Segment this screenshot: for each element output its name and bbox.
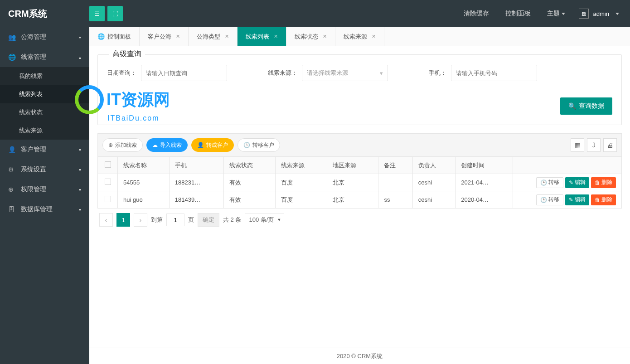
gear-icon: ⚙ [8, 166, 16, 173]
download-icon: ⇩ [591, 141, 596, 149]
plus-icon: ⊕ [108, 142, 113, 148]
table-cell: ceshi [412, 191, 456, 209]
brand: CRM系统 [5, 8, 89, 20]
table-cell: 百度 [275, 191, 327, 209]
close-icon[interactable]: ✕ [225, 34, 229, 39]
footer: 2020 © CRM系统 [89, 348, 630, 364]
users-icon: 👥 [8, 34, 16, 41]
page-1-button[interactable]: 1 [116, 213, 130, 227]
date-label: 日期查询： [107, 69, 136, 77]
chevron-down-icon: ▾ [79, 35, 81, 40]
table-cell: 2020-04… [456, 191, 513, 209]
goto-confirm-button[interactable]: 确定 [198, 213, 219, 227]
row-edit-button[interactable]: ✎编辑 [565, 194, 589, 205]
phone-input[interactable] [451, 65, 537, 81]
clock-icon: 🕒 [540, 180, 547, 186]
tab-customer-sea[interactable]: 客户公海 ✕ [140, 27, 189, 46]
row-transfer-button[interactable]: 🕒转移 [536, 177, 563, 188]
table-cell: 有效 [224, 191, 276, 209]
user-convert-icon: 👤 [197, 142, 204, 148]
table-cell: 北京 [327, 174, 378, 191]
sidebar-sub-lead-status[interactable]: 线索状态 [0, 103, 89, 121]
close-icon[interactable]: ✕ [372, 34, 376, 39]
next-page-button[interactable]: › [134, 213, 147, 227]
table-cell: 百度 [275, 174, 327, 191]
close-icon[interactable]: ✕ [274, 34, 278, 39]
table-row: 54555188231…有效百度北京ceshi2021-04…🕒转移✎编辑🗑删除 [98, 174, 622, 191]
print-button[interactable]: 🖨 [603, 138, 617, 152]
table-cell [378, 174, 412, 191]
transfer-customer-button[interactable]: 🕒 转移客户 [237, 138, 280, 152]
sidebar-item-permissions[interactable]: ⊕ 权限管理 ▾ [0, 180, 89, 199]
avatar: 🖼 [579, 9, 589, 19]
export-button[interactable]: ⇩ [587, 138, 601, 152]
panel-legend: 高级查询 [109, 49, 145, 59]
globe-icon: 🌐 [97, 33, 105, 40]
sidebar-item-customers[interactable]: 👤 客户管理 ▾ [0, 140, 89, 160]
table-cell: ceshi [412, 174, 456, 191]
search-icon: 🔍 [568, 102, 576, 110]
expand-icon: ⛶ [112, 10, 118, 17]
source-label: 线索来源： [268, 69, 297, 77]
grid-icon: ▦ [575, 141, 581, 149]
table-cell: 2021-04… [456, 174, 513, 191]
table-cell: ss [378, 191, 412, 209]
col-source: 线索来源 [275, 157, 327, 174]
table-row: hui guo181439…有效百度北京ssceshi2020-04…🕒转移✎编… [98, 191, 622, 209]
clock-icon: 🕒 [243, 142, 250, 148]
row-checkbox[interactable] [105, 179, 111, 185]
chevron-down-icon [562, 13, 565, 15]
select-all-checkbox[interactable] [105, 161, 111, 168]
sidebar-item-leads[interactable]: 🌐 线索管理 ▴ [0, 47, 89, 67]
tab-control-panel[interactable]: 🌐 控制面板 [89, 27, 140, 46]
tab-lead-source[interactable]: 线索来源 ✕ [335, 27, 384, 46]
theme-link[interactable]: 主题 [539, 10, 573, 18]
control-panel-link[interactable]: 控制面板 [497, 10, 539, 18]
print-icon: 🖨 [607, 141, 613, 149]
col-owner: 负责人 [412, 157, 456, 174]
fullscreen-button[interactable]: ⛶ [107, 6, 123, 21]
col-name: 线索名称 [118, 157, 170, 174]
row-transfer-button[interactable]: 🕒转移 [536, 194, 563, 205]
chevron-down-icon: ▾ [79, 187, 81, 192]
menu-toggle-button[interactable]: ☰ [89, 6, 105, 21]
row-delete-button[interactable]: 🗑删除 [591, 194, 616, 205]
main: 🌐 控制面板 客户公海 ✕ 公海类型 ✕ 线索列表 ✕ 线索状态 ✕ [89, 27, 630, 364]
clock-icon: 🕒 [540, 197, 547, 203]
sidebar-item-system[interactable]: ⚙ 系统设置 ▾ [0, 160, 89, 180]
row-delete-button[interactable]: 🗑删除 [591, 177, 616, 188]
tab-sea-type[interactable]: 公海类型 ✕ [189, 27, 237, 46]
row-edit-button[interactable]: ✎编辑 [565, 177, 589, 188]
date-input[interactable] [141, 65, 227, 81]
import-lead-button[interactable]: ☁ 导入线索 [146, 138, 188, 152]
prev-page-button[interactable]: ‹ [99, 213, 113, 227]
chevron-up-icon: ▴ [79, 55, 81, 60]
source-select[interactable]: 请选择线索来源 ▾ [302, 65, 388, 81]
sidebar-sub-my-leads[interactable]: 我的线索 [0, 67, 89, 85]
user-menu[interactable]: 🖼 admin [573, 9, 625, 19]
trash-icon: 🗑 [595, 197, 600, 203]
chevron-down-icon: ▾ [79, 207, 81, 212]
tab-lead-status[interactable]: 线索状态 ✕ [286, 27, 335, 46]
tab-lead-list[interactable]: 线索列表 ✕ [237, 27, 286, 46]
sidebar-item-database[interactable]: 🗄 数据库管理 ▾ [0, 199, 89, 219]
sidebar-sub-lead-source[interactable]: 线索来源 [0, 121, 89, 140]
goto-label: 到第 [151, 216, 163, 224]
per-page-select[interactable]: 100 条/页 [245, 214, 284, 226]
globe-icon: ⊕ [8, 186, 16, 193]
close-icon[interactable]: ✕ [176, 34, 180, 39]
close-icon[interactable]: ✕ [323, 34, 327, 39]
goto-page-input[interactable] [166, 214, 184, 226]
sidebar-sub-lead-list[interactable]: 线索列表 [0, 85, 89, 103]
clear-cache-link[interactable]: 清除缓存 [456, 10, 497, 18]
col-phone: 手机 [169, 157, 223, 174]
sidebar-submenu-leads: 我的线索 线索列表 线索状态 线索来源 [0, 67, 89, 140]
pencil-icon: ✎ [569, 197, 573, 203]
columns-button[interactable]: ▦ [571, 138, 584, 152]
add-lead-button[interactable]: ⊕ 添加线索 [102, 138, 143, 152]
search-button[interactable]: 🔍 查询数据 [560, 97, 612, 115]
sidebar-item-sea[interactable]: 👥 公海管理 ▾ [0, 27, 89, 47]
convert-customer-button[interactable]: 👤 转成客户 [191, 138, 234, 152]
advanced-search-panel: 高级查询 日期查询： 线索来源： 请选择线索来源 ▾ [97, 54, 622, 125]
row-checkbox[interactable] [105, 196, 111, 202]
